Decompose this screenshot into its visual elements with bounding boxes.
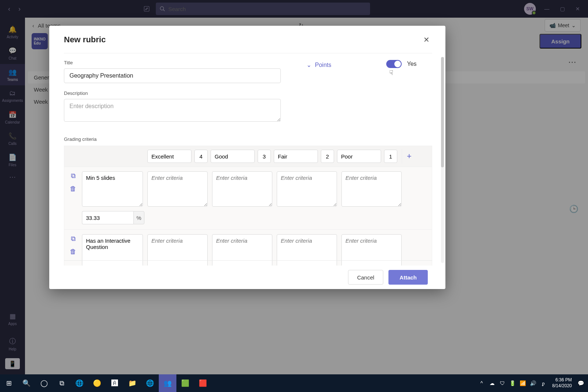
criterion-cell[interactable] xyxy=(341,234,402,266)
criterion-cell[interactable] xyxy=(147,171,208,207)
date-text: 8/14/2020 xyxy=(552,383,572,389)
delete-icon[interactable]: 🗑 xyxy=(70,185,76,193)
modal-title: New rubric xyxy=(64,35,106,44)
modal-footer: Cancel Attach xyxy=(49,266,445,289)
criterion-cell[interactable] xyxy=(212,234,272,266)
system-clock[interactable]: 6:36 PM 8/14/2020 xyxy=(549,377,576,389)
description-textarea[interactable] xyxy=(64,99,281,122)
tray-chevron-up-icon[interactable]: ^ xyxy=(477,374,487,392)
level-name-3[interactable] xyxy=(274,150,318,163)
criterion-cell[interactable] xyxy=(147,234,208,266)
close-icon[interactable]: ✕ xyxy=(420,34,432,46)
delete-icon[interactable]: 🗑 xyxy=(70,248,76,256)
criterion-row-1: ⧉ 🗑 Min 5 slides xyxy=(64,167,432,211)
level-points-4[interactable] xyxy=(384,150,397,163)
wifi-icon[interactable]: 📶 xyxy=(518,374,528,392)
criterion-cell[interactable] xyxy=(212,171,272,207)
copy-icon[interactable]: ⧉ xyxy=(71,235,76,243)
criterion-desc-1[interactable]: Min 5 slides xyxy=(82,171,143,207)
level-points-3[interactable] xyxy=(321,150,334,163)
time-text: 6:36 PM xyxy=(552,377,572,383)
attach-button[interactable]: Attach xyxy=(388,270,428,285)
level-name-4[interactable] xyxy=(337,150,381,163)
search-icon[interactable]: 🔍 xyxy=(18,374,35,392)
chrome-icon[interactable]: 🟡 xyxy=(88,374,106,392)
cursor-icon: ☟ xyxy=(389,69,393,77)
points-dropdown[interactable]: ⌄ Points xyxy=(306,60,331,68)
rubric-modal: New rubric ✕ Title Description ⌄ Points … xyxy=(49,26,445,289)
grading-table: + ⧉ 🗑 Min 5 slides % xyxy=(64,146,432,266)
windows-taskbar: ⊞ 🔍 ◯ ⧉ 🌐 🟡 🅰 📁 🌐 👥 🟩 🟥 ^ ☁ 🛡 🔋 📶 🔊 ᵱ 6:… xyxy=(0,374,588,392)
volume-icon[interactable]: 🔊 xyxy=(528,374,538,392)
criterion-cell[interactable] xyxy=(277,171,337,207)
level-points-2[interactable] xyxy=(258,150,271,163)
copy-icon[interactable]: ⧉ xyxy=(71,172,76,180)
ease-access-icon[interactable]: ᵱ xyxy=(538,374,549,392)
action-center-icon[interactable]: 💬 xyxy=(576,374,586,392)
level-points-1[interactable] xyxy=(194,150,208,163)
check-icon: ⌄ xyxy=(306,61,311,68)
toggle-knob xyxy=(394,61,401,67)
file-explorer-icon[interactable]: 📁 xyxy=(123,374,141,392)
cancel-button[interactable]: Cancel xyxy=(348,270,384,285)
start-button[interactable]: ⊞ xyxy=(0,374,18,392)
criterion-cell[interactable] xyxy=(277,234,337,266)
app-icon-a[interactable]: 🅰 xyxy=(106,374,123,392)
edge-icon-2[interactable]: 🌐 xyxy=(141,374,159,392)
task-view-icon[interactable]: ⧉ xyxy=(53,374,71,392)
cortana-icon[interactable]: ◯ xyxy=(35,374,53,392)
security-icon[interactable]: 🛡 xyxy=(497,374,508,392)
level-name-1[interactable] xyxy=(147,150,191,163)
recorder-icon[interactable]: 🟥 xyxy=(194,374,212,392)
grading-criteria-label: Grading criteria xyxy=(64,136,432,142)
points-toggle[interactable] xyxy=(386,60,402,68)
toggle-state-label: Yes xyxy=(407,61,416,67)
edge-icon[interactable]: 🌐 xyxy=(71,374,88,392)
title-label: Title xyxy=(64,60,281,65)
weight-row-1: % xyxy=(64,211,432,229)
title-input[interactable] xyxy=(64,68,281,83)
level-name-2[interactable] xyxy=(211,150,255,163)
camtasia-icon[interactable]: 🟩 xyxy=(176,374,194,392)
levels-row: + xyxy=(64,146,432,167)
battery-icon[interactable]: 🔋 xyxy=(508,374,518,392)
teams-taskbar-icon[interactable]: 👥 xyxy=(159,374,176,392)
points-label: Points xyxy=(315,62,331,68)
criterion-cell[interactable] xyxy=(341,171,402,207)
criterion-desc-2[interactable]: Has an Interactive Question xyxy=(82,234,143,266)
scrollbar-thumb[interactable] xyxy=(441,57,444,167)
description-label: Description xyxy=(64,90,281,96)
scrollbar[interactable] xyxy=(441,57,444,263)
weight-input-1[interactable] xyxy=(82,211,133,224)
percent-label: % xyxy=(133,211,144,224)
add-column-button[interactable]: + xyxy=(402,149,416,164)
onedrive-icon[interactable]: ☁ xyxy=(487,374,497,392)
